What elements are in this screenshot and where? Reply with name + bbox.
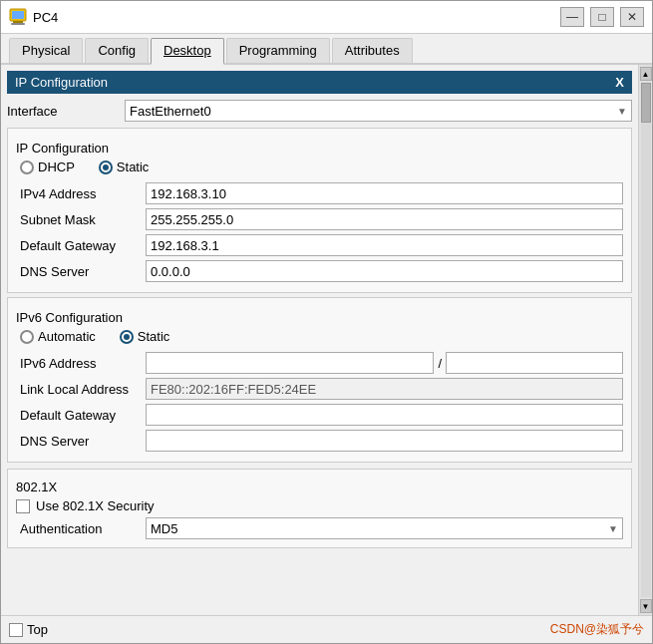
link-local-row: Link Local Address — [16, 378, 623, 400]
ipv6-gateway-label: Default Gateway — [16, 408, 146, 423]
ipv4-gateway-row: Default Gateway — [16, 234, 623, 256]
ipv6-dns-label: DNS Server — [16, 434, 146, 449]
tab-programming[interactable]: Programming — [226, 38, 330, 63]
minimize-button[interactable]: — — [560, 7, 584, 27]
ipv6-automatic-radio-circle — [20, 330, 34, 344]
title-bar: PC4 — □ ✕ — [1, 1, 652, 34]
ipv4-dns-label: DNS Server — [16, 264, 146, 279]
ipv4-address-label: IPv4 Address — [16, 186, 146, 201]
use-dot1x-label: Use 802.1X Security — [36, 498, 155, 513]
static-radio[interactable]: Static — [99, 160, 150, 174]
ipv6-section-title: IPv6 Configuration — [16, 310, 623, 325]
interface-dropdown-arrow: ▼ — [617, 106, 627, 117]
maximize-button[interactable]: □ — [590, 7, 614, 27]
auth-select[interactable]: MD5 ▼ — [146, 517, 623, 539]
dhcp-radio[interactable]: DHCP — [20, 160, 75, 174]
auth-dropdown-arrow: ▼ — [608, 523, 618, 534]
window-title: PC4 — [33, 10, 58, 25]
link-local-label: Link Local Address — [16, 382, 146, 397]
scroll-track[interactable] — [641, 83, 651, 597]
main-panel: IP Configuration X Interface FastEtherne… — [1, 65, 638, 615]
ipv6-prefix-input[interactable] — [446, 352, 623, 374]
scroll-thumb[interactable] — [641, 83, 651, 123]
subnet-mask-label: Subnet Mask — [16, 212, 146, 227]
dot1x-section: 802.1X Use 802.1X Security Authenticatio… — [7, 469, 632, 548]
ipv6-static-radio-circle — [120, 330, 134, 344]
ipv4-dns-row: DNS Server — [16, 260, 623, 282]
top-checkbox[interactable] — [9, 623, 23, 637]
tab-physical[interactable]: Physical — [9, 38, 83, 63]
window-close-button[interactable]: ✕ — [620, 7, 644, 27]
main-window: PC4 — □ ✕ Physical Config Desktop Progra… — [0, 0, 653, 644]
ipv6-automatic-radio[interactable]: Automatic — [20, 329, 96, 344]
ipv4-section: IP Configuration DHCP Static IPv4 Addres… — [7, 128, 632, 293]
tab-desktop[interactable]: Desktop — [151, 38, 224, 65]
ipv6-inputs: / — [146, 352, 623, 374]
ip-config-close-button[interactable]: X — [615, 75, 624, 90]
ipv6-automatic-label: Automatic — [38, 329, 96, 344]
ipv6-dns-row: DNS Server — [16, 430, 623, 452]
dhcp-radio-circle — [20, 161, 34, 174]
tab-bar: Physical Config Desktop Programming Attr… — [1, 34, 652, 65]
ipv6-slash: / — [436, 356, 444, 371]
ip-config-header: IP Configuration X — [7, 71, 632, 94]
title-controls: — □ ✕ — [560, 7, 644, 27]
svg-rect-2 — [11, 23, 25, 25]
auth-label: Authentication — [16, 521, 146, 536]
ipv6-gateway-row: Default Gateway — [16, 404, 623, 426]
ipv6-static-label: Static — [138, 329, 170, 344]
svg-rect-1 — [13, 21, 23, 23]
ipv4-address-row: IPv4 Address — [16, 182, 623, 204]
interface-row: Interface FastEthernet0 ▼ — [7, 100, 632, 122]
auth-value: MD5 — [151, 521, 177, 536]
ipv4-section-title: IP Configuration — [16, 141, 623, 156]
ipv6-address-row: IPv6 Address / — [16, 352, 623, 374]
tab-config[interactable]: Config — [85, 38, 149, 63]
top-label: Top — [27, 622, 48, 637]
subnet-mask-input[interactable] — [146, 208, 623, 230]
static-radio-circle — [99, 161, 113, 174]
auth-row: Authentication MD5 ▼ — [16, 517, 623, 539]
bottom-bar: Top CSDN@染狐予兮 — [1, 615, 652, 643]
ipv6-static-radio[interactable]: Static — [120, 329, 170, 344]
ipv4-gateway-label: Default Gateway — [16, 238, 146, 253]
ipv6-address-label: IPv6 Address — [16, 356, 146, 371]
interface-select[interactable]: FastEthernet0 ▼ — [125, 100, 632, 122]
ipv4-gateway-input[interactable] — [146, 234, 623, 256]
interface-value: FastEthernet0 — [130, 104, 211, 119]
use-dot1x-row: Use 802.1X Security — [16, 498, 623, 513]
subnet-mask-row: Subnet Mask — [16, 208, 623, 230]
link-local-input[interactable] — [146, 378, 623, 400]
dot1x-section-title: 802.1X — [16, 480, 623, 494]
ipv6-gateway-input[interactable] — [146, 404, 623, 426]
dhcp-label: DHCP — [38, 160, 75, 174]
content-area: IP Configuration X Interface FastEtherne… — [1, 65, 652, 615]
ipv4-mode-row: DHCP Static — [20, 160, 623, 174]
ipv6-mode-row: Automatic Static — [20, 329, 623, 344]
bottom-left: Top — [9, 622, 48, 637]
scrollbar: ▲ ▼ — [638, 65, 652, 615]
ipv6-section: IPv6 Configuration Automatic Static IPv6… — [7, 297, 632, 463]
scroll-down-button[interactable]: ▼ — [640, 599, 652, 613]
use-dot1x-checkbox[interactable] — [16, 499, 30, 513]
ipv4-address-input[interactable] — [146, 182, 623, 204]
interface-label: Interface — [7, 104, 117, 119]
title-bar-left: PC4 — [9, 8, 58, 26]
ip-config-title: IP Configuration — [15, 75, 108, 90]
watermark: CSDN@染狐予兮 — [550, 621, 644, 638]
ipv4-dns-input[interactable] — [146, 260, 623, 282]
svg-rect-3 — [12, 11, 24, 19]
scroll-up-button[interactable]: ▲ — [640, 67, 652, 81]
static-label: Static — [117, 160, 150, 174]
tab-attributes[interactable]: Attributes — [332, 38, 413, 63]
pc-icon — [9, 8, 27, 26]
ipv6-dns-input[interactable] — [146, 430, 623, 452]
ipv6-address-input[interactable] — [146, 352, 434, 374]
